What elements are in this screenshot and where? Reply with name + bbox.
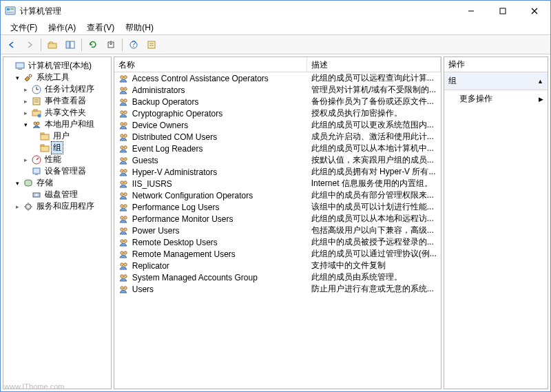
refresh-button[interactable] xyxy=(85,37,101,52)
list-row[interactable]: IIS_IUSRSInternet 信息服务使用的内置组。 xyxy=(114,178,441,189)
svg-rect-14 xyxy=(148,41,155,48)
svg-point-55 xyxy=(124,110,127,113)
svg-rect-2 xyxy=(10,8,14,10)
menu-action[interactable]: 操作(A) xyxy=(44,21,80,35)
list-row[interactable]: Administrators管理员对计算机/域有不受限制的... xyxy=(114,84,441,96)
list-row[interactable]: Event Log Readers此组的成员可以从本地计算机中... xyxy=(114,143,441,154)
svg-point-85 xyxy=(124,286,127,289)
list-row[interactable]: Device Owners此组的成员可以更改系统范围内... xyxy=(114,119,441,131)
tree-performance[interactable]: 性能 xyxy=(43,154,63,165)
cell-description: 防止用户进行有意或无意的系统... xyxy=(307,283,441,295)
minimize-button[interactable] xyxy=(455,1,487,21)
svg-point-29 xyxy=(34,122,37,125)
properties-button[interactable] xyxy=(143,37,160,52)
back-button[interactable] xyxy=(3,37,20,52)
menu-view[interactable]: 查看(V) xyxy=(83,21,118,35)
cell-name: Event Log Readers xyxy=(114,143,307,154)
menu-file[interactable]: 文件(F) xyxy=(6,21,41,35)
tools-icon xyxy=(23,72,34,83)
svg-point-80 xyxy=(121,262,123,265)
cell-name: Cryptographic Operators xyxy=(114,108,307,119)
cell-description: 此组的成员可以更改系统范围内... xyxy=(307,119,441,131)
cell-name: Remote Desktop Users xyxy=(114,237,307,248)
show-hide-button[interactable] xyxy=(62,37,79,52)
list-row[interactable]: Cryptographic Operators授权成员执行加密操作。 xyxy=(114,107,441,119)
twisty-closed-icon[interactable]: ▸ xyxy=(21,109,30,117)
tree-storage[interactable]: 存储 xyxy=(35,177,54,189)
twisty-open-icon[interactable]: ▾ xyxy=(13,74,21,82)
export-button[interactable] xyxy=(103,37,119,52)
list-row[interactable]: Performance Monitor Users此组的成员可以从本地和远程访.… xyxy=(114,213,441,225)
list-row[interactable]: Distributed COM Users成员允许启动、激活和使用此计... xyxy=(114,131,441,143)
svg-rect-34 xyxy=(41,145,44,146)
list-row[interactable]: System Managed Accounts Group此组的成员由系统管理。 xyxy=(114,271,441,283)
twisty-closed-icon[interactable]: ▸ xyxy=(13,203,21,211)
tree-diskmgr[interactable]: 磁盘管理 xyxy=(43,189,79,200)
action-more-label: 更多操作 xyxy=(459,93,492,105)
list-row[interactable]: Hyper-V Administrators此组的成员拥有对 Hyper-V 所… xyxy=(114,166,441,178)
help-button[interactable]: ? xyxy=(125,37,142,52)
tree-root[interactable]: 计算机管理(本地) xyxy=(27,60,93,72)
group-icon xyxy=(118,284,129,295)
svg-point-30 xyxy=(37,122,39,125)
list-row[interactable]: Users防止用户进行有意或无意的系统... xyxy=(114,283,441,295)
svg-rect-1 xyxy=(7,8,10,10)
tree-task-scheduler[interactable]: 任务计划程序 xyxy=(43,83,96,95)
action-section-groups[interactable]: 组 ▲ xyxy=(444,72,548,90)
list-body[interactable]: Access Control Assistance Operators此组的成员… xyxy=(114,72,441,389)
list-row[interactable]: Backup Operators备份操作员为了备份或还原文件... xyxy=(114,96,441,107)
twisty-closed-icon[interactable]: ▸ xyxy=(21,97,30,105)
tree-local-users[interactable]: 本地用户和组 xyxy=(43,118,96,130)
column-name[interactable]: 名称 xyxy=(114,57,307,72)
cell-name: Guests xyxy=(114,155,307,166)
cell-description: 此组中的成员有部分管理权限来... xyxy=(307,189,441,201)
twisty-open-icon[interactable]: ▾ xyxy=(13,179,21,187)
forward-button[interactable] xyxy=(21,37,38,52)
tree-system-tools[interactable]: 系统工具 xyxy=(35,72,71,83)
svg-point-79 xyxy=(124,251,127,254)
group-icon xyxy=(118,96,129,107)
tree-services[interactable]: 服务和应用程序 xyxy=(35,200,96,212)
cell-description: 此组的成员可以通过管理协议(例... xyxy=(307,248,441,260)
tree-users[interactable]: 用户 xyxy=(52,130,71,142)
svg-rect-5 xyxy=(500,8,506,14)
group-icon xyxy=(118,120,129,131)
svg-point-81 xyxy=(124,262,127,265)
list-row[interactable]: Remote Management Users此组的成员可以通过管理协议(例..… xyxy=(114,248,441,260)
close-button[interactable] xyxy=(519,1,550,21)
cell-name: System Managed Accounts Group xyxy=(114,272,307,283)
main-body: 计算机管理(本地) ▾ 系统工具 ▸ 任务计划程序 ▸ 事件查看器 xyxy=(1,54,550,391)
nav-tree[interactable]: 计算机管理(本地) ▾ 系统工具 ▸ 任务计划程序 ▸ 事件查看器 xyxy=(3,57,111,389)
cell-description: 成员允许启动、激活和使用此计... xyxy=(307,131,441,143)
list-row[interactable]: Remote Desktop Users此组中的成员被授予远程登录的... xyxy=(114,236,441,248)
svg-point-41 xyxy=(36,194,38,196)
twisty-open-icon[interactable]: ▾ xyxy=(21,121,30,129)
maximize-button[interactable] xyxy=(487,1,519,21)
cell-description: 支持域中的文件复制 xyxy=(307,260,441,271)
list-row[interactable]: Power Users包括高级用户以向下兼容，高级... xyxy=(114,225,441,236)
group-icon xyxy=(118,85,129,96)
tree-groups[interactable]: 组 xyxy=(52,142,63,154)
tree-event-viewer[interactable]: 事件查看器 xyxy=(43,95,87,107)
up-button[interactable] xyxy=(44,37,61,52)
svg-point-63 xyxy=(124,157,127,160)
twisty-closed-icon[interactable]: ▸ xyxy=(21,85,30,94)
services-icon xyxy=(23,201,34,212)
svg-point-53 xyxy=(124,99,127,101)
list-row[interactable]: Network Configuration Operators此组中的成员有部分… xyxy=(114,189,441,201)
list-row[interactable]: Replicator支持域中的文件复制 xyxy=(114,260,441,271)
svg-point-75 xyxy=(124,227,127,230)
menu-help[interactable]: 帮助(H) xyxy=(121,21,158,35)
cell-name: Access Control Assistance Operators xyxy=(114,73,307,84)
twisty-closed-icon[interactable]: ▸ xyxy=(21,156,30,164)
group-icon xyxy=(118,190,129,201)
list-row[interactable]: Access Control Assistance Operators此组的成员… xyxy=(114,72,441,84)
tree-shared[interactable]: 共享文件夹 xyxy=(43,107,87,118)
list-row[interactable]: Guests按默认值，来宾跟用户组的成员... xyxy=(114,154,441,166)
tree-devmgr[interactable]: 设备管理器 xyxy=(43,165,87,177)
svg-point-74 xyxy=(121,227,123,230)
svg-rect-10 xyxy=(70,41,74,48)
list-row[interactable]: Performance Log Users该组中的成员可以计划进行性能... xyxy=(114,201,441,213)
action-more[interactable]: 更多操作 ▶ xyxy=(444,90,548,107)
column-description[interactable]: 描述 xyxy=(307,57,441,72)
